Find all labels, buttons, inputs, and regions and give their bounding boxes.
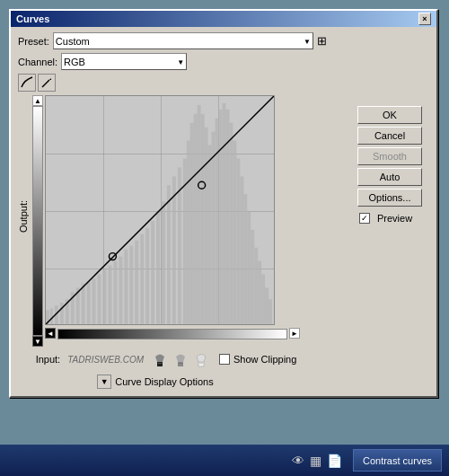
watermark-text: TADRISWEB.COM [67, 355, 144, 365]
taskbar-icons: 👁 ▦ 📄 [292, 454, 342, 468]
svg-rect-59 [199, 363, 203, 364]
preset-select[interactable]: Custom ▼ [53, 32, 313, 49]
input-gradient [57, 329, 287, 339]
preset-value: Custom [56, 36, 90, 47]
svg-rect-57 [179, 363, 182, 364]
curve-left-panel: Output: ▲ ▼ [18, 74, 300, 391]
svg-rect-56 [178, 362, 183, 366]
dialog-title: Curves [16, 13, 49, 24]
auto-button[interactable]: Auto [357, 168, 422, 186]
close-button[interactable]: × [418, 13, 431, 25]
show-clipping-label: Show Clipping [233, 354, 296, 365]
white-point-eyedropper[interactable] [192, 350, 210, 368]
channel-dropdown-arrow: ▼ [177, 57, 184, 66]
svg-rect-54 [157, 362, 163, 366]
black-point-eyedropper[interactable] [151, 350, 169, 368]
svg-rect-58 [198, 362, 204, 366]
main-area: Output: ▲ ▼ [18, 74, 429, 391]
canvas-col: ◄ ► [45, 95, 300, 339]
curve-display-expand[interactable]: ▼ [97, 375, 111, 389]
pencil-tool-button[interactable] [38, 74, 56, 92]
curve-tool-button[interactable] [18, 74, 36, 92]
svg-marker-1 [49, 78, 51, 80]
tool-row [18, 74, 56, 92]
bottom-controls: Input: TADRISWEB.COM [36, 350, 297, 368]
bottom-triangle[interactable]: ▼ [32, 336, 43, 347]
taskbar: 👁 ▦ 📄 Contrast curves [0, 445, 449, 476]
channel-row: Channel: RGB ▼ [18, 53, 429, 70]
curve-display-row: ▼ Curve Display Options [97, 373, 220, 391]
smooth-button[interactable]: Smooth [357, 147, 422, 165]
cancel-button[interactable]: Cancel [357, 127, 422, 145]
preset-label: Preset: [18, 36, 49, 47]
svg-line-53 [46, 96, 274, 324]
taskbar-curves-button[interactable]: Contrast curves [353, 449, 442, 472]
curves-dialog: Curves × Preset: Custom ▼ ⊞ Channel: RGB… [9, 9, 438, 398]
v-gradient-wrap: ▲ ▼ [32, 95, 43, 347]
output-area: Output: [18, 95, 31, 338]
channel-select[interactable]: RGB ▼ [61, 53, 187, 70]
histogram-icon[interactable]: ▦ [310, 454, 321, 468]
preview-checkbox[interactable]: ✓ [359, 213, 370, 224]
curve-point-2[interactable] [198, 181, 206, 189]
show-clipping-row: Show Clipping [219, 354, 296, 365]
output-gradient [32, 106, 43, 336]
left-triangle[interactable]: ◄ [45, 328, 56, 339]
dialog-body: Preset: Custom ▼ ⊞ Channel: RGB ▼ [11, 27, 436, 396]
ok-button[interactable]: OK [357, 106, 422, 124]
show-clipping-checkbox[interactable] [219, 354, 230, 365]
eye-icon[interactable]: 👁 [292, 454, 304, 468]
preset-row: Preset: Custom ▼ ⊞ [18, 32, 429, 49]
h-gradient-row: ◄ ► [45, 327, 300, 339]
curve-display-label: Curve Display Options [115, 376, 213, 387]
output-label: Output: [18, 200, 29, 233]
right-triangle[interactable]: ► [289, 328, 300, 339]
eyedropper-group [151, 350, 210, 368]
top-triangle[interactable]: ▲ [32, 95, 43, 106]
title-bar: Curves × [11, 11, 436, 27]
curve-canvas[interactable] [45, 95, 275, 325]
preset-dropdown-arrow: ▼ [304, 37, 311, 45]
curve-area-wrapper: Output: ▲ ▼ [18, 95, 300, 347]
channel-value: RGB [64, 57, 85, 67]
channel-label: Channel: [18, 57, 57, 67]
svg-rect-55 [158, 363, 162, 364]
gray-point-eyedropper[interactable] [172, 350, 189, 368]
preview-label: Preview [377, 213, 412, 224]
options-button[interactable]: Options... [357, 189, 422, 207]
curve-line-svg [46, 96, 274, 324]
document-icon[interactable]: 📄 [327, 454, 342, 468]
button-panel: OK Cancel Smooth Auto Options... ✓ Previ… [357, 106, 422, 224]
preview-row: ✓ Preview [359, 213, 422, 224]
svg-line-0 [42, 80, 49, 87]
input-label: Input: [36, 354, 61, 365]
preset-settings-icon[interactable]: ⊞ [317, 34, 327, 48]
